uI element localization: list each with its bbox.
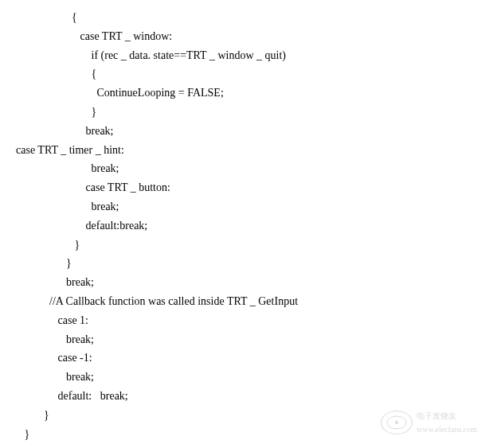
code-line: if (rec _ data. state==TRT _ window _ qu…: [16, 46, 473, 65]
watermark-line1: 电子发烧友: [417, 409, 477, 423]
code-line: TRT _ WindowDelete (TRT _ cid,main _ win…: [16, 443, 473, 448]
code-line: default:break;: [16, 216, 473, 236]
watermark-logo-icon: [381, 411, 413, 434]
code-line: break;: [16, 330, 473, 349]
svg-point-1: [395, 421, 398, 424]
code-line: case -1:: [16, 349, 473, 368]
code-line: {: [16, 8, 473, 27]
code-line: break;: [16, 197, 473, 216]
code-line: break;: [16, 122, 473, 141]
code-line: }: [16, 236, 473, 255]
code-line: }: [16, 103, 473, 122]
code-line: case TRT _ timer _ hint:: [16, 141, 473, 160]
watermark-line2: www.elecfans.com: [417, 423, 477, 436]
code-line: case TRT _ button:: [16, 178, 473, 197]
code-line: case TRT _ window:: [16, 27, 473, 46]
code-line: default: break;: [16, 387, 473, 406]
code-line: break;: [16, 159, 473, 178]
code-block: { case TRT _ window: if (rec _ data. sta…: [16, 8, 473, 448]
code-line: }: [16, 254, 473, 273]
code-line: case 1:: [16, 311, 473, 330]
code-line: break;: [16, 368, 473, 387]
code-line: //A Callback function was called inside …: [16, 292, 473, 311]
code-line: {: [16, 64, 473, 84]
watermark-text: 电子发烧友 www.elecfans.com: [417, 409, 477, 436]
code-line: break;: [16, 273, 473, 292]
code-line: ContinueLooping = FALSE;: [16, 84, 473, 103]
watermark: 电子发烧友 www.elecfans.com: [381, 409, 477, 436]
